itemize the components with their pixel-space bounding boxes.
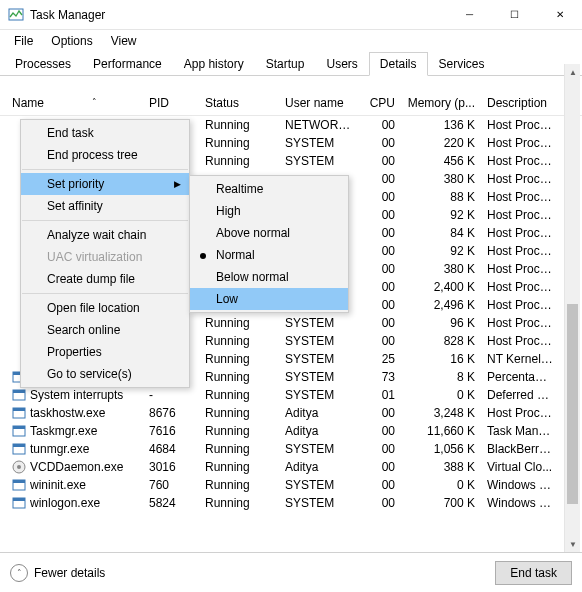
tab-services[interactable]: Services — [428, 52, 496, 75]
priority-above-normal[interactable]: Above normal — [190, 222, 348, 244]
svg-point-12 — [17, 465, 21, 469]
process-memory: 92 K — [401, 208, 481, 222]
process-user: SYSTEM — [279, 478, 359, 492]
process-memory: 136 K — [401, 118, 481, 132]
process-icon — [12, 496, 26, 510]
process-memory: 220 K — [401, 136, 481, 150]
process-user: SYSTEM — [279, 136, 359, 150]
scroll-thumb[interactable] — [567, 304, 578, 504]
column-memory[interactable]: Memory (p... — [401, 96, 481, 110]
process-memory: 3,248 K — [401, 406, 481, 420]
tab-app-history[interactable]: App history — [173, 52, 255, 75]
menu-options[interactable]: Options — [43, 32, 100, 50]
process-description: Host Proce... — [481, 244, 559, 258]
tab-startup[interactable]: Startup — [255, 52, 316, 75]
tab-performance[interactable]: Performance — [82, 52, 173, 75]
tab-processes[interactable]: Processes — [4, 52, 82, 75]
ctx-end-task[interactable]: End task — [21, 122, 189, 144]
process-description: Deferred pr... — [481, 388, 559, 402]
process-memory: 0 K — [401, 388, 481, 402]
process-memory: 388 K — [401, 460, 481, 474]
priority-normal-label: Normal — [216, 248, 255, 262]
column-status[interactable]: Status — [199, 96, 279, 110]
tab-users[interactable]: Users — [315, 52, 368, 75]
menu-view[interactable]: View — [103, 32, 145, 50]
minimize-button[interactable]: ─ — [447, 0, 492, 30]
ctx-set-priority[interactable]: Set priority ▶ — [21, 173, 189, 195]
menu-file[interactable]: File — [6, 32, 41, 50]
column-user[interactable]: User name — [279, 96, 359, 110]
column-cpu[interactable]: CPU — [359, 96, 401, 110]
svg-rect-16 — [13, 498, 25, 501]
column-pid[interactable]: PID — [143, 96, 199, 110]
process-description: Host Proce... — [481, 136, 559, 150]
fewer-details-label: Fewer details — [34, 566, 105, 580]
process-user: SYSTEM — [279, 442, 359, 456]
column-description[interactable]: Description — [481, 96, 559, 110]
process-memory: 8 K — [401, 370, 481, 384]
process-name: tunmgr.exe — [30, 442, 89, 456]
process-cpu: 00 — [359, 406, 401, 420]
process-name: VCDDaemon.exe — [30, 460, 123, 474]
process-status: Running — [199, 370, 279, 384]
table-row[interactable]: wininit.exe760RunningSYSTEM000 KWindows … — [0, 476, 582, 494]
vertical-scrollbar[interactable]: ▲ ▼ — [564, 64, 580, 552]
priority-low[interactable]: Low — [190, 288, 348, 310]
table-row[interactable]: tunmgr.exe4684RunningSYSTEM001,056 KBlac… — [0, 440, 582, 458]
svg-rect-14 — [13, 480, 25, 483]
process-cpu: 00 — [359, 118, 401, 132]
ctx-uac-virtualization: UAC virtualization — [21, 246, 189, 268]
process-cpu: 00 — [359, 442, 401, 456]
table-row[interactable]: Taskmgr.exe7616RunningAditya0011,660 KTa… — [0, 422, 582, 440]
priority-below-normal[interactable]: Below normal — [190, 266, 348, 288]
process-cpu: 00 — [359, 154, 401, 168]
table-row[interactable]: taskhostw.exe8676RunningAditya003,248 KH… — [0, 404, 582, 422]
priority-high[interactable]: High — [190, 200, 348, 222]
ctx-separator — [22, 169, 188, 170]
table-row[interactable]: System interrupts-RunningSYSTEM010 KDefe… — [0, 386, 582, 404]
ctx-set-priority-label: Set priority — [47, 177, 104, 191]
process-description: Host Proce... — [481, 316, 559, 330]
ctx-create-dump-file[interactable]: Create dump file — [21, 268, 189, 290]
end-task-button[interactable]: End task — [495, 561, 572, 585]
process-user: SYSTEM — [279, 388, 359, 402]
ctx-properties[interactable]: Properties — [21, 341, 189, 363]
process-user: SYSTEM — [279, 334, 359, 348]
process-status: Running — [199, 406, 279, 420]
ctx-search-online[interactable]: Search online — [21, 319, 189, 341]
process-cpu: 00 — [359, 172, 401, 186]
process-pid: 4684 — [143, 442, 199, 456]
footer: ˄ Fewer details End task — [0, 552, 582, 592]
ctx-set-affinity[interactable]: Set affinity — [21, 195, 189, 217]
process-user: Aditya — [279, 424, 359, 438]
svg-rect-10 — [13, 444, 25, 447]
column-name[interactable]: Name ˄ — [0, 96, 143, 110]
process-memory: 700 K — [401, 496, 481, 510]
ctx-open-file-location[interactable]: Open file location — [21, 297, 189, 319]
ctx-analyze-wait-chain[interactable]: Analyze wait chain — [21, 224, 189, 246]
process-cpu: 00 — [359, 334, 401, 348]
task-manager-icon — [8, 7, 24, 23]
ctx-go-to-services[interactable]: Go to service(s) — [21, 363, 189, 385]
window-title: Task Manager — [30, 8, 447, 22]
fewer-details-toggle[interactable]: ˄ Fewer details — [10, 564, 105, 582]
process-description: Host Proce... — [481, 334, 559, 348]
process-memory: 2,496 K — [401, 298, 481, 312]
process-name: Taskmgr.exe — [30, 424, 97, 438]
priority-normal[interactable]: Normal — [190, 244, 348, 266]
ctx-separator — [22, 293, 188, 294]
close-button[interactable]: ✕ — [537, 0, 582, 30]
priority-realtime[interactable]: Realtime — [190, 178, 348, 200]
table-row[interactable]: winlogon.exe5824RunningSYSTEM00700 KWind… — [0, 494, 582, 512]
table-row[interactable]: VCDDaemon.exe3016RunningAditya00388 KVir… — [0, 458, 582, 476]
process-status: Running — [199, 352, 279, 366]
tab-details[interactable]: Details — [369, 52, 428, 76]
process-status: Running — [199, 478, 279, 492]
process-status: Running — [199, 388, 279, 402]
maximize-button[interactable]: ☐ — [492, 0, 537, 30]
process-description: Host Proce... — [481, 262, 559, 276]
scroll-up-icon[interactable]: ▲ — [565, 64, 581, 80]
ctx-end-process-tree[interactable]: End process tree — [21, 144, 189, 166]
process-cpu: 00 — [359, 460, 401, 474]
scroll-down-icon[interactable]: ▼ — [565, 536, 581, 552]
